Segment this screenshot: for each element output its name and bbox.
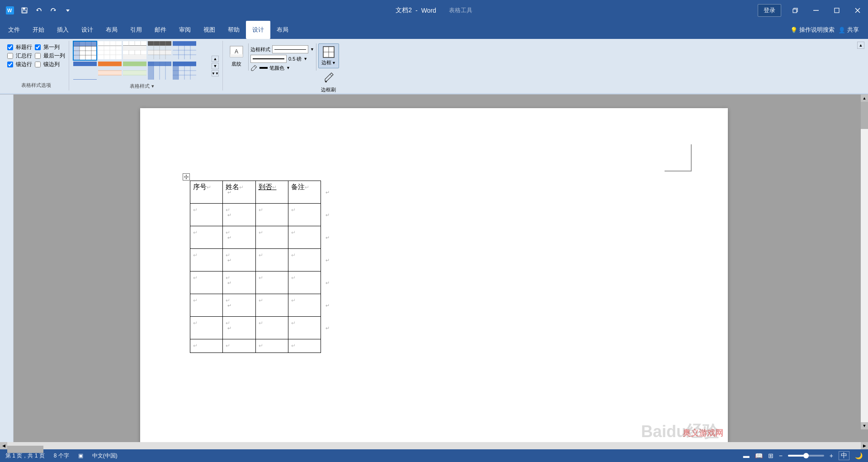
checkbox-last-col-input[interactable] bbox=[35, 53, 41, 59]
scrollbar-down-btn[interactable]: ▼ bbox=[861, 422, 868, 429]
hscroll-right-btn[interactable]: ▶ bbox=[861, 442, 868, 449]
table-cell[interactable]: ↵ bbox=[223, 294, 255, 317]
style-cell-10[interactable] bbox=[172, 61, 197, 81]
table-header-note[interactable]: 备注↵ ↵ bbox=[288, 181, 321, 204]
style-cell-3[interactable] bbox=[123, 41, 147, 61]
menu-table-design[interactable]: 设计 bbox=[246, 21, 270, 39]
table-cell[interactable]: ↵↵ bbox=[190, 204, 223, 226]
close-btn[interactable] bbox=[847, 0, 868, 21]
save-quick-btn[interactable] bbox=[18, 4, 31, 17]
table-cell[interactable]: ↵↵ bbox=[288, 204, 321, 226]
border-brush-button[interactable]: 边框刷 bbox=[318, 69, 339, 95]
table-cell[interactable]: ↵↵ bbox=[190, 294, 223, 317]
menu-insert[interactable]: 插入 bbox=[51, 21, 75, 39]
menu-mail[interactable]: 邮件 bbox=[148, 21, 173, 39]
style-cell-6[interactable] bbox=[73, 61, 97, 81]
zoom-out-icon[interactable]: − bbox=[779, 452, 783, 459]
checkbox-header-row-input[interactable] bbox=[7, 44, 13, 50]
table-cell[interactable]: ↵ bbox=[255, 249, 288, 271]
table-cell[interactable]: ↵ bbox=[255, 226, 288, 249]
table-cell[interactable]: ↵↵ bbox=[288, 226, 321, 249]
border-weight-dropdown[interactable]: ▼ bbox=[303, 57, 307, 61]
table-cell[interactable]: ↵ bbox=[255, 294, 288, 317]
table-cell[interactable]: ↵ bbox=[223, 249, 255, 271]
zoom-thumb[interactable] bbox=[803, 453, 809, 458]
menu-design[interactable]: 设计 bbox=[75, 21, 99, 39]
menu-home[interactable]: 开始 bbox=[26, 21, 51, 39]
menu-table-layout[interactable]: 布局 bbox=[270, 21, 295, 39]
gallery-scroll-down[interactable]: ▼ bbox=[212, 63, 219, 69]
border-dropdown-arrow[interactable]: ▼ bbox=[332, 61, 336, 65]
customize-quick-btn[interactable] bbox=[61, 4, 74, 17]
shading-button[interactable]: A 底纹 bbox=[226, 43, 246, 69]
table-cell[interactable]: ↵↵ bbox=[288, 317, 321, 339]
border-style-dropdown[interactable]: ▼ bbox=[310, 47, 314, 52]
maximize-btn[interactable] bbox=[826, 0, 847, 21]
share-button[interactable]: 👤 共享 bbox=[838, 26, 859, 34]
view-web-icon[interactable]: ⊞ bbox=[768, 452, 774, 459]
scrollbar-track[interactable] bbox=[861, 102, 868, 422]
scrollbar-up-btn[interactable]: ▲ bbox=[861, 95, 868, 102]
status-input-mode[interactable]: 中 bbox=[839, 451, 849, 460]
style-cell-4[interactable] bbox=[147, 41, 172, 61]
table-cell[interactable]: ↵↵ bbox=[288, 294, 321, 317]
style-cell-1[interactable] bbox=[73, 41, 97, 61]
expand-gallery-icon[interactable]: ▾ bbox=[151, 83, 154, 89]
table-move-handle[interactable] bbox=[183, 173, 190, 181]
table-cell[interactable]: ↵ bbox=[255, 317, 288, 339]
table-header-name[interactable]: 姓名↵ bbox=[223, 181, 255, 204]
menu-help[interactable]: 帮助 bbox=[222, 21, 246, 39]
undo-quick-btn[interactable] bbox=[33, 4, 45, 17]
table-cell[interactable]: ↵ bbox=[255, 271, 288, 294]
scrollbar-thumb[interactable] bbox=[861, 102, 868, 129]
table-cell[interactable]: ↵↵ bbox=[288, 271, 321, 294]
redo-quick-btn[interactable] bbox=[47, 4, 60, 17]
style-cell-8[interactable] bbox=[123, 61, 147, 81]
table-cell[interactable]: ↵ bbox=[223, 226, 255, 249]
table-cell[interactable]: ↵ bbox=[223, 339, 255, 353]
pen-color-dropdown[interactable]: ▼ bbox=[286, 66, 290, 70]
minimize-btn[interactable] bbox=[806, 0, 826, 21]
hscroll-left-btn[interactable]: ◀ bbox=[0, 442, 7, 449]
zoom-slider[interactable] bbox=[788, 455, 824, 457]
restore-window-btn[interactable] bbox=[785, 0, 806, 21]
menu-references[interactable]: 引用 bbox=[124, 21, 148, 39]
checkbox-first-col-input[interactable] bbox=[35, 44, 41, 50]
style-cell-2[interactable] bbox=[98, 41, 122, 61]
table-cell[interactable]: ↵ bbox=[223, 271, 255, 294]
table-cell[interactable]: ↵↵ bbox=[190, 249, 223, 271]
login-button[interactable]: 登录 bbox=[758, 4, 781, 17]
table-cell[interactable]: ↵↵ bbox=[190, 226, 223, 249]
table-cell[interactable]: ↵↵ bbox=[190, 271, 223, 294]
table-cell[interactable]: ↵ bbox=[223, 317, 255, 339]
zoom-in-icon[interactable]: + bbox=[830, 452, 833, 459]
view-normal-icon[interactable]: ▬ bbox=[743, 452, 750, 459]
table-cell[interactable]: ↵ bbox=[255, 339, 288, 353]
checkbox-total-row-input[interactable] bbox=[7, 53, 13, 59]
style-cell-5[interactable] bbox=[172, 41, 197, 61]
view-read-icon[interactable]: 📖 bbox=[755, 452, 763, 459]
table-cell[interactable]: ↵ bbox=[223, 204, 255, 226]
border-main-button[interactable]: 边框 ▼ bbox=[318, 43, 339, 68]
menu-layout[interactable]: 布局 bbox=[99, 21, 124, 39]
menu-view[interactable]: 视图 bbox=[197, 21, 222, 39]
hscroll-thumb[interactable] bbox=[7, 446, 43, 453]
table-header-seqno[interactable]: 序号↵ ↵ bbox=[190, 181, 223, 204]
table-cell[interactable]: ↵↵ bbox=[190, 317, 223, 339]
table-cell[interactable]: ↵ bbox=[255, 204, 288, 226]
checkbox-banded-rows-input[interactable] bbox=[7, 62, 13, 67]
gallery-scroll-up[interactable]: ▲ bbox=[212, 56, 219, 62]
table-cell[interactable]: ↵ bbox=[190, 339, 223, 353]
style-cell-9[interactable] bbox=[147, 61, 172, 81]
table-cell[interactable]: ↵↵ bbox=[288, 249, 321, 271]
gallery-scroll-expand[interactable]: ▼▼ bbox=[212, 70, 219, 76]
table-cell[interactable]: ↵ bbox=[288, 339, 321, 353]
checkbox-banded-cols-input[interactable] bbox=[35, 62, 41, 67]
ribbon-collapse-btn[interactable]: ▲ bbox=[857, 42, 864, 49]
menu-file[interactable]: 文件 bbox=[2, 21, 26, 39]
word-table[interactable]: 序号↵ ↵ 姓名↵ 到否↵ 备注↵ ↵ bbox=[190, 181, 321, 353]
table-header-arrived[interactable]: 到否↵ bbox=[255, 181, 288, 204]
menu-review[interactable]: 审阅 bbox=[173, 21, 197, 39]
style-cell-7[interactable] bbox=[98, 61, 122, 81]
search-box[interactable]: 💡 操作说明搜索 bbox=[790, 26, 835, 34]
